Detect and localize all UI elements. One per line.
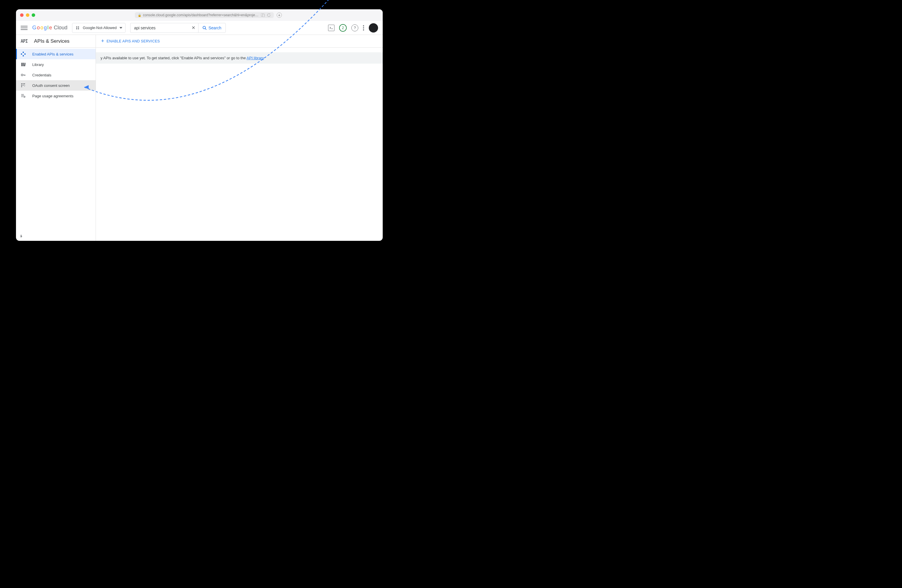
api-library-link[interactable]: API library (247, 56, 264, 60)
svg-rect-15 (23, 63, 24, 66)
translate-icon[interactable] (261, 13, 265, 17)
plus-icon: + (101, 38, 104, 44)
logo-cloud-text: Cloud (54, 25, 67, 31)
enable-apis-button[interactable]: + ENABLE APIS AND SERVICES (101, 38, 160, 44)
sidebar-item-label: Page usage agreements (32, 94, 74, 98)
banner-text: y APIs available to use yet. To get star… (100, 56, 247, 60)
svg-point-5 (78, 28, 79, 29)
project-dots-icon (75, 25, 80, 30)
svg-rect-16 (24, 63, 25, 66)
svg-rect-14 (22, 63, 23, 66)
info-banner: y APIs available to use yet. To get star… (96, 52, 383, 64)
more-options-icon[interactable] (363, 25, 364, 31)
svg-line-7 (205, 28, 207, 30)
project-picker[interactable]: Google-Not-Allowed (72, 23, 125, 33)
api-icon: API (20, 39, 28, 44)
library-icon (20, 62, 26, 67)
svg-point-25 (23, 85, 23, 86)
consent-icon (20, 83, 26, 88)
diamond-icon (20, 52, 26, 57)
top-right: 2 ? (328, 23, 378, 33)
lock-icon: 🔒 (138, 14, 141, 17)
svg-point-17 (21, 74, 23, 76)
agreement-icon (20, 93, 26, 99)
url-actions (261, 13, 271, 17)
svg-rect-9 (23, 52, 24, 53)
svg-rect-26 (21, 86, 22, 87)
svg-rect-23 (24, 83, 25, 84)
sidebar: API APIs & Services Enabled APIs & servi… (16, 35, 96, 241)
url-text: console.cloud.google.com/apis/dashboard?… (143, 13, 259, 17)
avatar[interactable] (369, 23, 378, 33)
sidebar-item-label: OAuth consent screen (32, 83, 70, 88)
search-button-label: Search (208, 25, 221, 30)
downloads-icon[interactable] (277, 13, 282, 18)
badge-count: 2 (342, 26, 344, 30)
svg-rect-21 (21, 83, 22, 84)
browser-chrome: 🔒 console.cloud.google.com/apis/dashboar… (16, 9, 383, 21)
search-input[interactable] (130, 23, 188, 33)
close-window-icon[interactable] (20, 13, 23, 17)
url-bar-zone: 🔒 console.cloud.google.com/apis/dashboar… (38, 12, 379, 18)
svg-rect-10 (21, 53, 22, 55)
minimize-window-icon[interactable] (26, 13, 29, 17)
body-area: API APIs & Services Enabled APIs & servi… (16, 35, 383, 241)
top-bar: Google Cloud Google-Not-Allowed ✕ Search (16, 21, 383, 35)
maximize-window-icon[interactable] (32, 13, 35, 17)
sidebar-item-label: Library (32, 63, 44, 67)
sidebar-item-oauth-consent[interactable]: OAuth consent screen (16, 80, 96, 91)
collapse-sidebar-icon[interactable]: |▸ (20, 234, 22, 238)
main-content: + ENABLE APIS AND SERVICES y APIs availa… (96, 35, 383, 241)
svg-rect-11 (24, 53, 25, 55)
google-cloud-logo[interactable]: Google Cloud (32, 25, 67, 31)
help-icon[interactable]: ? (351, 24, 358, 31)
svg-rect-13 (21, 63, 22, 66)
sidebar-title: APIs & Services (34, 38, 69, 44)
search-icon (202, 26, 207, 30)
svg-rect-1 (262, 14, 265, 17)
url-bar[interactable]: 🔒 console.cloud.google.com/apis/dashboar… (135, 12, 274, 18)
sidebar-item-label: Credentials (32, 73, 52, 77)
sidebar-item-label: Enabled APIs & services (32, 52, 74, 56)
sidebar-header: API APIs & Services (16, 35, 96, 48)
traffic-lights (20, 13, 35, 17)
svg-point-6 (203, 26, 206, 29)
caret-down-icon (119, 27, 122, 29)
browser-window: 🔒 console.cloud.google.com/apis/dashboar… (16, 9, 383, 241)
cloud-shell-icon[interactable] (328, 25, 335, 31)
svg-point-4 (76, 28, 77, 29)
sidebar-item-library[interactable]: Library (16, 59, 96, 70)
reload-icon[interactable] (267, 13, 271, 17)
sidebar-item-credentials[interactable]: Credentials (16, 70, 96, 80)
search-area: ✕ Search (130, 23, 226, 33)
svg-rect-12 (23, 55, 24, 56)
project-name: Google-Not-Allowed (83, 25, 116, 30)
sidebar-item-page-usage[interactable]: Page usage agreements (16, 91, 96, 101)
main-header: + ENABLE APIS AND SERVICES (96, 35, 383, 48)
svg-rect-22 (23, 83, 23, 84)
sidebar-footer: |▸ (16, 230, 96, 241)
svg-point-3 (78, 27, 79, 28)
sidebar-nav: Enabled APIs & services Library Credenti… (16, 48, 96, 230)
search-button[interactable]: Search (198, 23, 226, 33)
menu-icon[interactable] (20, 24, 28, 31)
sidebar-item-enabled-apis[interactable]: Enabled APIs & services (16, 49, 96, 59)
notifications-badge[interactable]: 2 (339, 24, 347, 32)
svg-point-2 (76, 27, 77, 28)
clear-search-icon[interactable]: ✕ (188, 23, 198, 33)
key-icon (20, 72, 26, 78)
svg-rect-24 (21, 85, 22, 86)
enable-button-label: ENABLE APIS AND SERVICES (106, 39, 160, 43)
